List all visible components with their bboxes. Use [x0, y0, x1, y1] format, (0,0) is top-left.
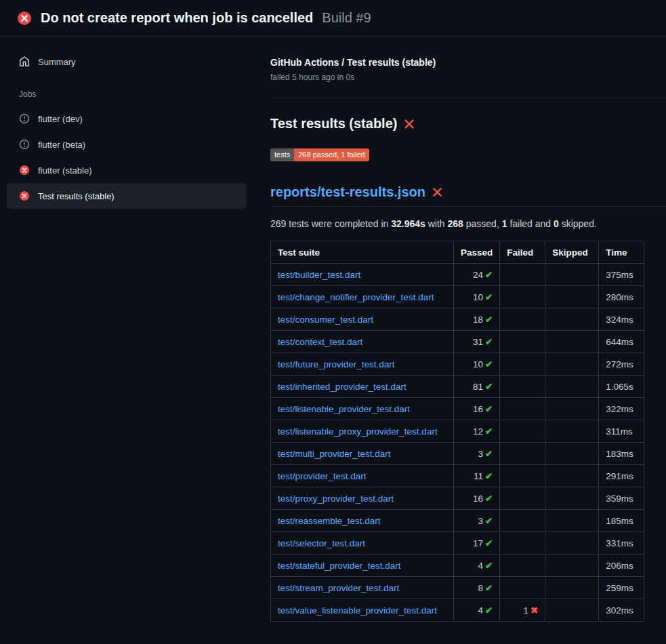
table-row: test/listenable_proxy_provider_test.dart…	[271, 420, 644, 443]
failed-cell	[500, 465, 545, 487]
tests-badge: tests 268 passed, 1 failed	[270, 148, 369, 161]
neutral-status-icon	[19, 113, 30, 124]
test-suite-link[interactable]: test/value_listenable_provider_test.dart	[278, 605, 437, 616]
test-suite-link[interactable]: test/stream_provider_test.dart	[278, 583, 399, 593]
table-row: test/context_test.dart31✔644ms	[271, 331, 644, 353]
failed-cell	[500, 555, 545, 577]
time-cell: 331ms	[599, 532, 644, 555]
check-icon: ✔	[485, 315, 493, 325]
check-icon: ✔	[485, 337, 493, 347]
test-suite-link[interactable]: test/inherited_provider_test.dart	[278, 382, 407, 392]
suite-cell: test/builder_test.dart	[271, 264, 454, 286]
check-icon: ✔	[485, 605, 493, 616]
test-suite-link[interactable]: test/change_notifier_provider_test.dart	[278, 292, 434, 302]
test-suite-link[interactable]: test/multi_provider_test.dart	[278, 449, 391, 459]
sidebar-item-summary[interactable]: Summary	[7, 49, 246, 75]
time-cell: 183ms	[599, 443, 644, 465]
time-cell: 359ms	[599, 487, 644, 510]
skipped-cell	[545, 487, 599, 510]
time-cell: 1.065s	[599, 376, 644, 398]
test-suite-link[interactable]: test/selector_test.dart	[278, 538, 365, 548]
test-suite-link[interactable]: test/reassemble_test.dart	[278, 516, 381, 526]
suite-cell: test/inherited_provider_test.dart	[271, 376, 454, 398]
check-icon: ✔	[485, 516, 493, 526]
skipped-cell	[545, 599, 599, 622]
sidebar-item-label: Test results (stable)	[38, 191, 115, 201]
failed-cell	[500, 443, 545, 465]
suite-cell: test/context_test.dart	[271, 331, 454, 353]
report-heading: reports/test-results.json	[270, 184, 666, 207]
neutral-status-icon	[19, 139, 30, 150]
divider	[270, 98, 666, 98]
time-cell: 375ms	[599, 264, 644, 286]
x-icon: ✖	[530, 605, 538, 616]
test-suite-link[interactable]: test/listenable_provider_test.dart	[278, 404, 410, 414]
passed-cell: 8✔	[454, 577, 500, 599]
sidebar-item-test-results-stable[interactable]: Test results (stable)	[7, 183, 246, 209]
passed-cell: 16✔	[454, 487, 500, 510]
table-row: test/selector_test.dart17✔331ms	[271, 532, 644, 555]
check-icon: ✔	[485, 404, 493, 414]
time-cell: 311ms	[599, 420, 644, 443]
test-suite-link[interactable]: test/future_provider_test.dart	[278, 359, 395, 369]
page-title: Do not create report when job is cancell…	[41, 10, 313, 26]
time-cell: 259ms	[599, 577, 644, 599]
passed-cell: 24✔	[454, 264, 500, 286]
sidebar-item-flutter-dev[interactable]: flutter (dev)	[7, 106, 246, 132]
time-cell: 185ms	[599, 510, 644, 532]
check-run-header: Do not create report when job is cancell…	[0, 0, 666, 37]
time-cell: 206ms	[599, 555, 644, 577]
sidebar: Summary Jobs flutter (dev) flutter (beta…	[0, 37, 254, 209]
check-icon: ✔	[485, 292, 493, 302]
skipped-cell	[545, 331, 599, 353]
suite-cell: test/provider_test.dart	[271, 465, 454, 487]
passed-cell: 31✔	[454, 331, 500, 353]
failed-cell	[500, 420, 545, 443]
main-panel: GitHub Actions / Test results (stable) f…	[254, 37, 666, 622]
table-row: test/stream_provider_test.dart8✔259ms	[271, 577, 644, 599]
table-row: test/change_notifier_provider_test.dart1…	[271, 286, 644, 308]
badge-value: 268 passed, 1 failed	[294, 148, 369, 161]
run-status-text: failed 5 hours ago in 0s	[270, 73, 666, 82]
suite-cell: test/reassemble_test.dart	[271, 510, 454, 532]
test-suite-link[interactable]: test/builder_test.dart	[278, 270, 360, 280]
table-header-row: Test suite Passed Failed Skipped Time	[271, 241, 644, 264]
table-row: test/stateful_provider_test.dart4✔206ms	[271, 555, 644, 577]
section-title: Test results (stable)	[270, 116, 397, 132]
passed-cell: 17✔	[454, 532, 500, 555]
test-results-table: Test suite Passed Failed Skipped Time te…	[270, 241, 644, 622]
passed-cell: 4✔	[454, 555, 500, 577]
failed-cell	[500, 264, 545, 286]
table-row: test/provider_test.dart11✔291ms	[271, 465, 644, 487]
table-row: test/reassemble_test.dart3✔185ms	[271, 510, 644, 532]
column-header-passed: Passed	[454, 241, 500, 264]
breadcrumb: GitHub Actions / Test results (stable)	[270, 57, 666, 68]
skipped-cell	[545, 264, 599, 286]
column-header-failed: Failed	[500, 241, 545, 264]
skipped-cell	[545, 532, 599, 555]
passed-cell: 10✔	[454, 353, 500, 376]
failed-cell	[500, 286, 545, 308]
test-suite-link[interactable]: test/listenable_proxy_provider_test.dart	[278, 426, 438, 437]
skipped-cell	[545, 353, 599, 376]
sidebar-item-label: flutter (stable)	[38, 165, 91, 176]
check-icon: ✔	[485, 583, 493, 593]
table-row: test/value_listenable_provider_test.dart…	[271, 599, 644, 622]
check-icon: ✔	[485, 382, 493, 392]
jobs-section-label: Jobs	[7, 75, 246, 106]
test-suite-link[interactable]: test/stateful_provider_test.dart	[278, 561, 401, 571]
failed-cell	[500, 532, 545, 555]
test-suite-link[interactable]: test/provider_test.dart	[278, 471, 367, 481]
home-icon	[19, 56, 30, 67]
test-suite-link[interactable]: test/context_test.dart	[278, 337, 362, 347]
column-header-skipped: Skipped	[545, 241, 599, 264]
test-suite-link[interactable]: test/proxy_provider_test.dart	[278, 494, 394, 504]
sidebar-item-flutter-beta[interactable]: flutter (beta)	[7, 132, 246, 157]
badge-label: tests	[270, 148, 294, 161]
report-file-link[interactable]: reports/test-results.json	[270, 184, 425, 200]
time-cell: 280ms	[599, 286, 644, 308]
sidebar-item-flutter-stable[interactable]: flutter (stable)	[7, 157, 246, 183]
failed-status-icon	[19, 190, 30, 201]
test-suite-link[interactable]: test/consumer_test.dart	[278, 315, 373, 325]
check-icon: ✔	[485, 359, 493, 369]
